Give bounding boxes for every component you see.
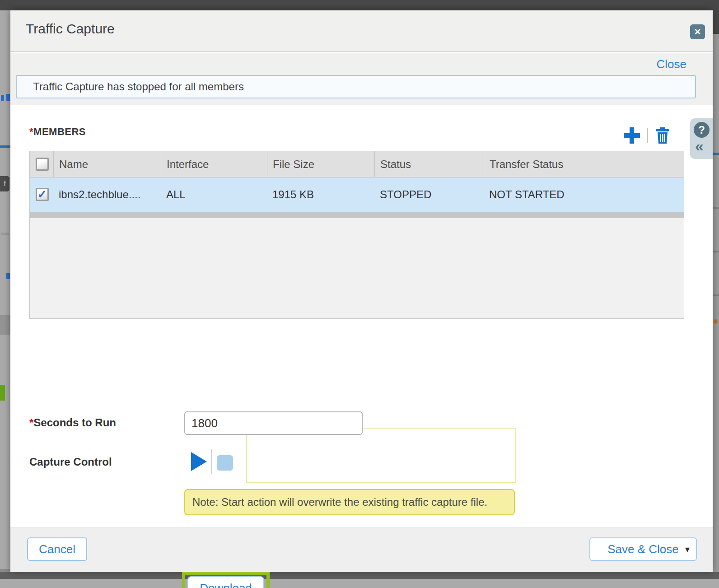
dialog-content: *MEMBERS ? « (10, 105, 713, 538)
select-all-checkbox[interactable] (36, 158, 49, 171)
trash-icon (655, 127, 670, 144)
close-icon[interactable]: ✕ (690, 24, 705, 39)
capture-control-separator (211, 449, 212, 474)
backdrop-fragment (0, 315, 10, 335)
stop-capture-icon[interactable] (217, 455, 233, 471)
backdrop-fragment (1, 233, 9, 235)
backdrop-right-edge (713, 10, 719, 572)
start-capture-icon[interactable] (191, 452, 207, 471)
download-button[interactable]: Download (187, 576, 264, 588)
save-and-close-button[interactable]: Save & Close ▾ (589, 537, 697, 561)
column-header-name[interactable]: Name (53, 151, 161, 177)
dialog-footer: Cancel Save & Close ▾ (10, 527, 713, 572)
seconds-to-run-label: *Seconds to Run (29, 416, 116, 429)
column-header-file-size[interactable]: File Size (267, 151, 374, 177)
members-label-text: MEMBERS (33, 126, 86, 137)
column-header-transfer-status[interactable]: Transfer Status (484, 151, 685, 177)
screen: f Traffic Capture ✕ Close Traffic Captur… (0, 0, 719, 588)
dialog-subheader: Close Traffic Capture has stopped for al… (10, 53, 713, 105)
side-help-panel: ? « (690, 118, 713, 159)
column-header-interface[interactable]: Interface (161, 151, 267, 177)
select-all-cell (30, 151, 53, 177)
row-checkbox-cell: ✓ (30, 177, 53, 212)
dialog-title: Traffic Capture (26, 21, 115, 37)
table-horizontal-scrollbar[interactable] (30, 212, 684, 218)
member-transfer-status-cell: NOT STARTED (484, 177, 685, 212)
dialog-header: Traffic Capture ✕ (10, 10, 713, 52)
required-mark: * (29, 126, 33, 137)
column-header-status[interactable]: Status (374, 151, 484, 177)
backdrop-bottom-bar (0, 579, 719, 588)
backdrop-fragment (1, 95, 4, 101)
row-checkbox-checked[interactable]: ✓ (36, 188, 49, 201)
member-name-cell: ibns2.techblue.... (53, 177, 161, 212)
backdrop-fragment (6, 94, 10, 101)
backdrop-fragment (6, 273, 10, 279)
toolbar-separator (647, 128, 648, 143)
help-icon[interactable]: ? (694, 122, 710, 138)
backdrop-fragment (713, 294, 719, 296)
backdrop-fragment (713, 251, 719, 252)
required-mark: * (29, 416, 33, 429)
backdrop-bottom (0, 572, 719, 579)
members-section-label: *MEMBERS (29, 126, 86, 138)
backdrop-fragment (713, 207, 719, 209)
backdrop-top (0, 0, 719, 10)
members-table-header: Name Interface File Size Status Transfer… (30, 151, 684, 177)
backdrop-fragment (0, 145, 10, 148)
backdrop-tab-fragment: f (0, 176, 9, 191)
backdrop-fragment (0, 385, 5, 401)
add-member-icon[interactable] (624, 127, 640, 144)
seconds-to-run-input[interactable] (184, 411, 363, 435)
capture-control-label: Capture Control (29, 456, 112, 468)
faded-note-placeholder (246, 428, 516, 483)
members-table: Name Interface File Size Status Transfer… (29, 151, 684, 319)
member-interface-cell: ALL (161, 177, 267, 212)
cancel-button[interactable]: Cancel (27, 537, 87, 561)
backdrop-fragment (714, 319, 718, 324)
backdrop-fragment (713, 10, 719, 34)
caret-down-icon: ▾ (685, 538, 690, 560)
member-status-cell: STOPPED (374, 177, 484, 212)
collapse-panel-icon[interactable]: « (695, 137, 704, 155)
status-alert: Traffic Capture has stopped for all memb… (16, 75, 696, 98)
member-file-size-cell: 1915 KB (267, 177, 374, 212)
backdrop-fragment (713, 153, 719, 155)
delete-member-icon[interactable] (655, 127, 670, 144)
overwrite-note: Note: Start action will overwrite the ex… (184, 489, 515, 515)
traffic-capture-dialog: Traffic Capture ✕ Close Traffic Capture … (10, 10, 713, 572)
close-link[interactable]: Close (657, 57, 686, 71)
backdrop-left-sidebar: f (0, 10, 10, 572)
member-row-selected[interactable]: ✓ ibns2.techblue.... ALL 1915 KB STOPPED… (30, 177, 684, 212)
save-and-close-label: Save & Close (607, 542, 679, 556)
seconds-label-text: Seconds to Run (33, 416, 116, 429)
